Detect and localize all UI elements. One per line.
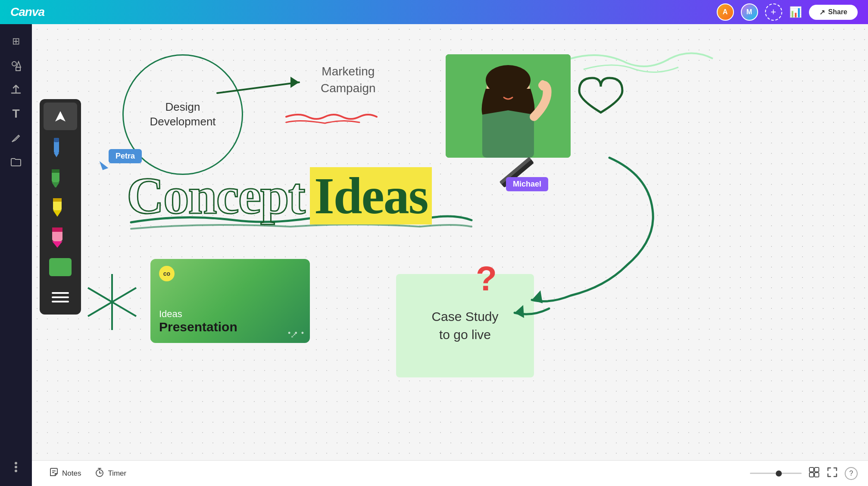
tools-panel xyxy=(40,99,81,315)
svg-rect-41 xyxy=(815,467,819,472)
svg-rect-2 xyxy=(16,67,20,71)
svg-rect-20 xyxy=(52,301,69,302)
michael-label: Michael xyxy=(506,177,548,191)
zoom-slider[interactable] xyxy=(750,473,802,474)
notes-button[interactable]: Notes xyxy=(42,464,88,483)
sidebar-icon-text[interactable]: T xyxy=(6,103,26,124)
left-sidebar: ⊞ T xyxy=(0,24,32,486)
svg-marker-1 xyxy=(16,62,21,67)
design-development-text: Design Development xyxy=(150,100,215,129)
card-resize-handle[interactable]: ⤢ xyxy=(290,331,296,340)
photo-image xyxy=(446,54,571,158)
petra-label: Petra xyxy=(109,149,142,163)
svg-marker-7 xyxy=(54,153,59,157)
chart-icon[interactable]: 📊 xyxy=(789,6,802,18)
sidebar-icon-folder[interactable] xyxy=(6,152,26,172)
svg-point-4 xyxy=(15,466,17,468)
bottom-bar: Notes Timer xyxy=(32,460,868,486)
svg-rect-43 xyxy=(815,473,819,477)
add-person-button[interactable]: + xyxy=(765,3,782,21)
svg-rect-18 xyxy=(52,292,69,294)
svg-rect-14 xyxy=(53,198,62,202)
sidebar-icon-upload[interactable] xyxy=(6,79,26,100)
blue-pen-button[interactable] xyxy=(44,133,77,160)
card-logo: co xyxy=(159,266,175,281)
color-swatch-button[interactable] xyxy=(44,253,77,281)
header: Canva A M + 📊 ↗ Share xyxy=(0,0,868,24)
svg-line-26 xyxy=(88,288,136,316)
bottom-right-controls: ? xyxy=(750,467,858,480)
svg-point-5 xyxy=(15,470,17,472)
concept-text: Concept xyxy=(127,167,305,224)
ideas-text: Ideas xyxy=(310,167,432,224)
marketing-campaign-text[interactable]: Marketing Campaign xyxy=(321,63,376,97)
question-mark-decoration: ? xyxy=(476,259,497,299)
share-button[interactable]: ↗ Share xyxy=(809,5,858,20)
avatar-user1[interactable]: A xyxy=(717,3,734,21)
svg-line-27 xyxy=(88,288,136,316)
sidebar-icon-elements[interactable] xyxy=(6,55,26,76)
yellow-highlighter-button[interactable] xyxy=(44,193,77,221)
tools-menu-button[interactable] xyxy=(44,284,77,311)
svg-rect-8 xyxy=(54,138,59,142)
svg-point-36 xyxy=(510,88,515,94)
svg-rect-42 xyxy=(809,473,814,477)
green-marker-button[interactable] xyxy=(44,163,77,190)
svg-marker-10 xyxy=(52,182,59,187)
timer-button[interactable]: Timer xyxy=(88,464,133,483)
svg-marker-16 xyxy=(52,241,62,248)
grid-view-icon[interactable] xyxy=(809,467,820,480)
avatar-user2[interactable]: M xyxy=(741,3,758,21)
fullscreen-icon[interactable] xyxy=(827,467,838,480)
sidebar-icon-grid[interactable]: ⊞ xyxy=(6,31,26,52)
card-title-large: Presentation xyxy=(159,320,301,334)
svg-marker-13 xyxy=(53,210,62,217)
case-study-box[interactable]: Case Study to go live xyxy=(396,274,534,377)
concept-text-container[interactable]: Concept Ideas xyxy=(127,166,432,226)
sidebar-icon-draw[interactable] xyxy=(6,128,26,148)
svg-point-0 xyxy=(12,62,16,66)
svg-rect-17 xyxy=(52,227,62,232)
ideas-presentation-card[interactable]: co Ideas Presentation • • • ⤢ xyxy=(150,259,310,343)
svg-marker-22 xyxy=(290,77,299,88)
svg-rect-19 xyxy=(52,296,69,298)
pink-brush-button[interactable] xyxy=(44,223,77,251)
svg-rect-11 xyxy=(52,169,59,173)
canva-logo[interactable]: Canva xyxy=(10,5,44,19)
timer-icon xyxy=(95,467,104,479)
svg-rect-32 xyxy=(482,110,534,158)
notes-icon xyxy=(49,467,59,479)
sidebar-icon-more[interactable] xyxy=(6,457,26,477)
svg-point-35 xyxy=(502,88,506,94)
svg-point-3 xyxy=(15,462,17,464)
send-tool-button[interactable] xyxy=(44,103,77,130)
svg-rect-40 xyxy=(809,467,814,472)
card-title-small: Ideas xyxy=(159,308,301,320)
svg-point-34 xyxy=(539,80,546,90)
canvas-area[interactable]: Design Development Marketing Campaign Pe… xyxy=(32,24,868,462)
header-right: A M + 📊 ↗ Share xyxy=(717,3,858,21)
petra-cursor xyxy=(100,159,109,170)
help-icon[interactable]: ? xyxy=(845,467,858,480)
share-icon: ↗ xyxy=(819,8,825,16)
